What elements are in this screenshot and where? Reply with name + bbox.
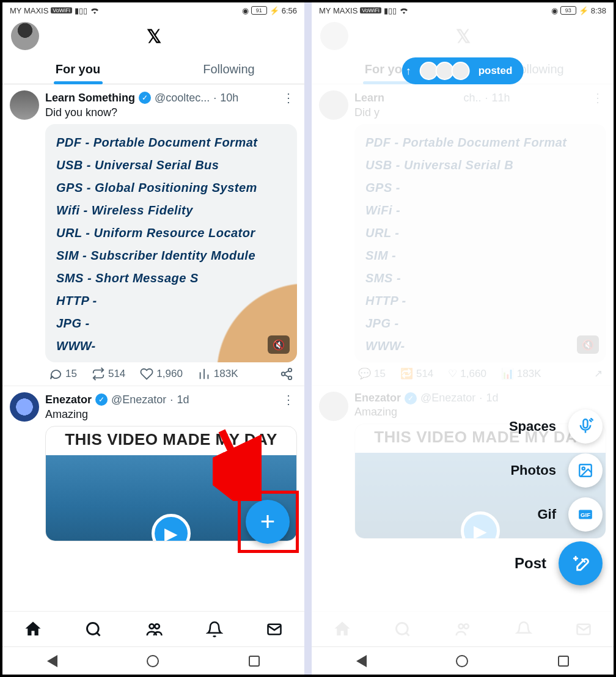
- gif-icon[interactable]: GIF: [568, 497, 603, 532]
- post-actions: 15 514 1,960 183K: [45, 362, 297, 381]
- post-author-name[interactable]: Enezator: [45, 393, 92, 406]
- post-time: 1d: [177, 393, 189, 406]
- compose-fab[interactable]: +: [246, 500, 290, 544]
- back-icon[interactable]: [356, 655, 367, 667]
- reply-button[interactable]: 15: [49, 367, 77, 381]
- compose-fab-menu: Spaces Photos Gif GIF: [509, 409, 603, 585]
- eye-icon: ◉: [242, 6, 249, 15]
- repost-button[interactable]: 514: [92, 367, 125, 381]
- wifi-icon: [399, 7, 409, 14]
- wifi-icon: [90, 7, 100, 14]
- svg-point-1: [282, 372, 285, 376]
- verified-icon: ✓: [139, 92, 151, 104]
- home-icon[interactable]: [24, 620, 42, 639]
- svg-point-3: [87, 623, 99, 634]
- eye-icon: ◉: [551, 6, 558, 15]
- notifications-icon[interactable]: [206, 621, 223, 638]
- photos-icon[interactable]: [568, 453, 603, 488]
- post-1[interactable]: Learn Something ✓ @cooltec... · 10h ⋮ Di…: [2, 84, 304, 386]
- post-text: Amazing: [45, 408, 297, 421]
- battery-icon: 93: [560, 6, 576, 15]
- tab-for-you[interactable]: For you: [2, 54, 153, 84]
- signal-icon: ▮▯▯: [75, 6, 87, 15]
- mute-icon[interactable]: 🔇: [268, 335, 290, 354]
- communities-icon[interactable]: [145, 620, 163, 639]
- home-circle-icon[interactable]: [147, 655, 159, 667]
- recents-icon[interactable]: [249, 656, 260, 667]
- system-nav: [2, 646, 304, 675]
- home-circle-icon[interactable]: [456, 655, 468, 667]
- fab-gif[interactable]: Gif GIF: [537, 497, 603, 532]
- plus-icon: +: [260, 507, 276, 536]
- phone-left: MY MAXIS VoWiFi ▮▯▯ ◉ 91 ⚡ 6:56 𝕏 For yo…: [2, 2, 308, 675]
- recents-icon[interactable]: [558, 656, 569, 667]
- vowifi-badge: VoWiFi: [360, 7, 381, 13]
- statusbar: MY MAXIS VoWiFi ▮▯▯ ◉ 91 ⚡ 6:56: [2, 2, 304, 18]
- feed[interactable]: Learn Something ✓ @cooltec... · 10h ⋮ Di…: [2, 84, 304, 611]
- pill-avatar: [452, 62, 470, 80]
- posted-pill[interactable]: ↑ posted: [402, 57, 524, 84]
- more-icon[interactable]: ⋮: [280, 90, 297, 105]
- post-text: Did you know?: [45, 106, 297, 119]
- post-author-name[interactable]: Learn Something: [45, 92, 135, 104]
- tab-following[interactable]: Following: [153, 54, 304, 84]
- back-icon[interactable]: [47, 655, 57, 667]
- app-header: 𝕏: [2, 18, 304, 54]
- vowifi-badge: VoWiFi: [51, 7, 72, 13]
- system-nav: [312, 646, 614, 675]
- views-button[interactable]: 183K: [197, 367, 238, 381]
- post-author-handle[interactable]: @Enezator: [111, 393, 166, 406]
- post-media[interactable]: PDF - Portable Document Format USB - Uni…: [45, 124, 297, 362]
- verified-icon: ✓: [95, 393, 108, 406]
- svg-point-12: [582, 467, 585, 470]
- messages-icon[interactable]: [266, 621, 283, 638]
- fab-spaces[interactable]: Spaces: [509, 409, 603, 444]
- more-icon[interactable]: ⋮: [280, 392, 297, 407]
- svg-point-5: [155, 624, 160, 629]
- pill-text: posted: [479, 65, 513, 77]
- svg-text:GIF: GIF: [581, 511, 590, 518]
- spaces-icon[interactable]: [568, 409, 603, 444]
- post-avatar[interactable]: [10, 392, 39, 422]
- post-avatar[interactable]: [10, 90, 39, 120]
- signal-icon: ▮▯▯: [384, 6, 397, 15]
- like-button[interactable]: 1,960: [140, 367, 183, 381]
- svg-point-0: [288, 368, 292, 372]
- clock: 8:38: [591, 6, 606, 15]
- post-author-handle[interactable]: @cooltec...: [155, 92, 210, 104]
- timeline-tabs: For you Following: [2, 54, 304, 84]
- statusbar: MY MAXIS VoWiFi ▮▯▯ ◉ 93 ⚡ 8:38: [312, 2, 614, 18]
- clock: 6:56: [282, 6, 297, 15]
- post-time: 10h: [220, 92, 238, 104]
- play-icon[interactable]: ▶: [152, 514, 191, 541]
- charging-icon: ⚡: [579, 6, 588, 15]
- svg-point-2: [288, 376, 292, 380]
- phone-right: MY MAXIS VoWiFi ▮▯▯ ◉ 93 ⚡ 8:38 𝕏 For yo…: [308, 2, 614, 675]
- up-arrow-icon: ↑: [406, 65, 411, 78]
- fab-photos[interactable]: Photos: [510, 453, 603, 488]
- charging-icon: ⚡: [270, 6, 279, 15]
- battery-icon: 91: [251, 6, 267, 15]
- share-button[interactable]: [280, 367, 293, 381]
- annotation-arrow: [213, 428, 262, 501]
- fab-post[interactable]: Post: [515, 541, 603, 585]
- x-logo[interactable]: 𝕏: [147, 26, 160, 47]
- search-icon[interactable]: [85, 621, 102, 638]
- bottom-nav: [2, 611, 304, 646]
- carrier: MY MAXIS: [319, 6, 358, 15]
- svg-point-4: [150, 624, 155, 629]
- carrier: MY MAXIS: [10, 6, 48, 15]
- compose-icon[interactable]: [559, 541, 603, 585]
- profile-avatar[interactable]: [11, 22, 39, 50]
